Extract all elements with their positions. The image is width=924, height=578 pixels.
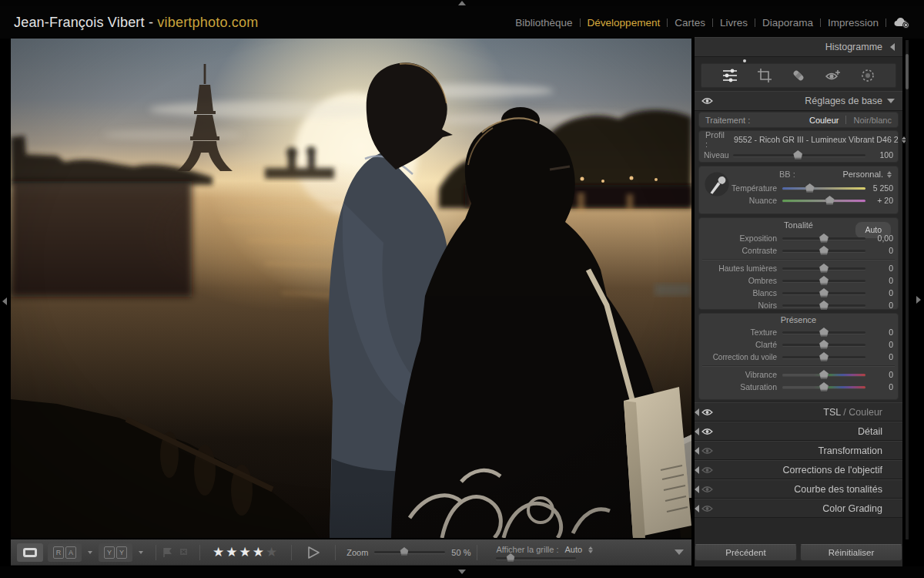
flag-pick-icon[interactable] bbox=[162, 547, 173, 558]
contrast-thumb[interactable] bbox=[819, 246, 829, 255]
exposure-value[interactable]: 0,00 bbox=[865, 234, 893, 243]
module-bibliotheque[interactable]: Bibliothèque bbox=[515, 17, 572, 29]
texture-slider[interactable] bbox=[782, 331, 865, 334]
contrast-value[interactable]: 0 bbox=[865, 246, 893, 255]
vibrance-slider[interactable] bbox=[782, 374, 865, 376]
whites-thumb[interactable] bbox=[819, 288, 829, 297]
module-diaporama[interactable]: Diaporama bbox=[762, 17, 813, 29]
shadows-slider[interactable] bbox=[782, 280, 865, 282]
vibrance-thumb[interactable] bbox=[819, 370, 829, 379]
highlights-value[interactable]: 0 bbox=[865, 264, 893, 273]
module-cartes[interactable]: Cartes bbox=[675, 17, 705, 29]
dehaze-slider[interactable] bbox=[782, 356, 865, 358]
compare-view-button[interactable]: R A bbox=[48, 543, 82, 562]
star-inactive[interactable]: ★ bbox=[266, 545, 279, 560]
profile-amount-slider[interactable] bbox=[733, 154, 865, 156]
compare-options-arrow-icon[interactable] bbox=[88, 551, 92, 554]
top-panel-nub[interactable] bbox=[0, 0, 924, 6]
dehaze-thumb[interactable] bbox=[819, 352, 829, 361]
panel-visibility-eye-icon[interactable] bbox=[701, 505, 713, 512]
whites-slider[interactable] bbox=[782, 292, 865, 294]
photo-canvas[interactable] bbox=[11, 39, 691, 538]
panel-histogram[interactable]: Histogramme bbox=[695, 37, 902, 57]
crop-tool-icon[interactable] bbox=[757, 68, 772, 83]
shadows-value[interactable]: 0 bbox=[865, 276, 893, 285]
temp-slider-thumb[interactable] bbox=[805, 183, 815, 193]
previous-button[interactable]: Précédent bbox=[695, 544, 797, 561]
zoom-slider[interactable] bbox=[374, 551, 445, 553]
panel-visibility-eye-icon[interactable] bbox=[701, 486, 713, 493]
stars-active[interactable]: ★★★★ bbox=[213, 545, 266, 560]
panel-visibility-eye-icon[interactable] bbox=[701, 466, 713, 474]
contrast-slider[interactable] bbox=[782, 250, 865, 252]
basic-adjustments-icon[interactable] bbox=[721, 68, 738, 83]
panel-detail[interactable]: Détail bbox=[695, 422, 902, 441]
filmstrip-nub[interactable] bbox=[0, 566, 924, 578]
zoom-slider-thumb[interactable] bbox=[400, 547, 408, 556]
flag-reject-icon[interactable] bbox=[178, 547, 189, 558]
module-livres[interactable]: Livres bbox=[720, 17, 748, 29]
tint-value[interactable]: + 20 bbox=[865, 196, 893, 205]
panel-visibility-eye-icon[interactable] bbox=[701, 428, 713, 435]
grid-select-arrows-icon[interactable] bbox=[588, 546, 593, 553]
temp-slider[interactable] bbox=[782, 187, 865, 190]
before-after-view-button[interactable]: Y Y bbox=[99, 543, 132, 562]
filmstrip-reveal-arrow-icon[interactable] bbox=[458, 570, 466, 574]
clarity-value[interactable]: 0 bbox=[865, 340, 893, 349]
grid-value[interactable]: Auto bbox=[565, 545, 583, 554]
top-panel-reveal-arrow-icon[interactable] bbox=[458, 1, 466, 5]
left-panel-reveal-arrow-icon[interactable] bbox=[2, 297, 7, 305]
loupe-view-button[interactable] bbox=[17, 543, 43, 562]
profile-value[interactable]: 9552 - Ricoh GR III - Lumineux Vibrant D… bbox=[734, 135, 899, 144]
clarity-slider[interactable] bbox=[782, 344, 865, 346]
vibrance-value[interactable]: 0 bbox=[865, 370, 893, 379]
profile-amount-value[interactable]: 100 bbox=[865, 150, 893, 160]
toolbar-options-chevron-icon[interactable] bbox=[675, 549, 684, 555]
temp-value[interactable]: 5 250 bbox=[865, 183, 893, 193]
panel-basic-adjustments-header[interactable]: Réglages de base bbox=[695, 91, 902, 111]
highlights-slider[interactable] bbox=[782, 267, 865, 270]
saturation-thumb[interactable] bbox=[819, 382, 829, 391]
tint-slider[interactable] bbox=[782, 200, 865, 202]
saturation-slider[interactable] bbox=[782, 386, 865, 388]
grid-slider-thumb[interactable] bbox=[507, 553, 515, 562]
masking-tool-icon[interactable] bbox=[860, 68, 875, 83]
tint-slider-thumb[interactable] bbox=[825, 196, 835, 205]
blacks-thumb[interactable] bbox=[819, 301, 829, 310]
right-panel-reveal-arrow-icon[interactable] bbox=[916, 296, 921, 304]
panel-tsl-couleur[interactable]: TSL / Couleur bbox=[695, 402, 902, 422]
panel-transformation[interactable]: Transformation bbox=[695, 441, 902, 460]
wb-value[interactable]: Personnal. bbox=[842, 170, 883, 179]
highlights-thumb[interactable] bbox=[819, 264, 829, 273]
blacks-slider[interactable] bbox=[782, 304, 865, 307]
panel-tone-curve[interactable]: Courbe des tonalités bbox=[695, 479, 902, 499]
exposure-thumb[interactable] bbox=[819, 234, 829, 243]
sync-cloud-icon[interactable] bbox=[893, 16, 910, 29]
wb-select-arrows-icon[interactable] bbox=[887, 171, 892, 178]
module-impression[interactable]: Impression bbox=[828, 17, 879, 29]
clarity-thumb[interactable] bbox=[819, 340, 829, 349]
blacks-value[interactable]: 0 bbox=[865, 301, 893, 310]
panel-visibility-eye-icon[interactable] bbox=[701, 408, 713, 416]
dehaze-value[interactable]: 0 bbox=[865, 352, 893, 361]
right-panel-scrollbar-thumb[interactable] bbox=[906, 54, 909, 89]
treatment-color-option[interactable]: Couleur bbox=[809, 116, 839, 125]
module-developpement[interactable]: Développement bbox=[588, 17, 661, 29]
texture-thumb[interactable] bbox=[819, 328, 829, 337]
reset-button[interactable]: Réinitialiser bbox=[800, 544, 902, 561]
saturation-value[interactable]: 0 bbox=[865, 382, 893, 391]
whites-value[interactable]: 0 bbox=[865, 288, 893, 297]
red-eye-tool-icon[interactable] bbox=[825, 68, 842, 83]
play-slideshow-icon[interactable] bbox=[306, 546, 321, 560]
panel-visibility-eye-icon[interactable] bbox=[701, 447, 713, 455]
exposure-slider[interactable] bbox=[782, 237, 865, 240]
right-panel-scrollbar-track[interactable] bbox=[906, 40, 909, 539]
texture-value[interactable]: 0 bbox=[865, 328, 893, 337]
healing-tool-icon[interactable] bbox=[791, 68, 806, 83]
before-after-options-arrow-icon[interactable] bbox=[139, 551, 143, 554]
grid-opacity-slider[interactable] bbox=[496, 557, 576, 560]
panel-visibility-eye-icon[interactable] bbox=[701, 97, 713, 105]
star-rating[interactable]: ★★★★★ bbox=[213, 544, 279, 560]
panel-color-grading[interactable]: Color Grading bbox=[695, 499, 902, 518]
profile-amount-thumb[interactable] bbox=[793, 150, 802, 160]
